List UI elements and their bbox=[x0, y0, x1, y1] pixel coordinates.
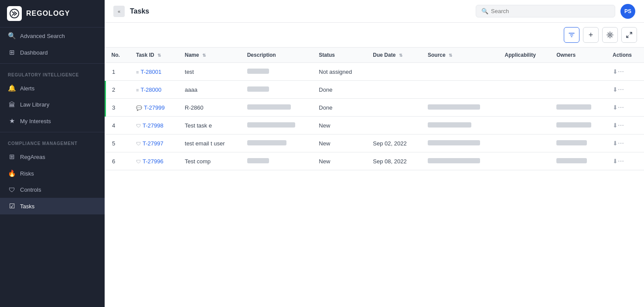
col-due-date[interactable]: Due Date ⇅ bbox=[367, 48, 422, 63]
table-row: 4🛡T-27998Test task e████New████████⬇⋯ bbox=[106, 117, 644, 135]
cell-description: ████ bbox=[241, 152, 313, 170]
task-id-link[interactable]: T-27999 bbox=[144, 104, 165, 111]
col-applicability: Applicability bbox=[499, 48, 551, 63]
sidebar-item-dashboard[interactable]: ⊞ Dashboard bbox=[0, 44, 105, 61]
divider-2 bbox=[0, 132, 105, 132]
download-icon[interactable]: ⬇ bbox=[613, 122, 618, 129]
sidebar-item-controls[interactable]: 🛡 Controls bbox=[0, 182, 105, 198]
task-id-link[interactable]: T-28001 bbox=[140, 69, 161, 75]
cell-owners: ████ bbox=[550, 117, 607, 135]
cell-no: 3 bbox=[106, 99, 130, 117]
cell-applicability bbox=[499, 135, 551, 152]
more-icon[interactable]: ⋯ bbox=[618, 86, 624, 93]
sidebar-item-my-interests[interactable]: ★ My Interests bbox=[0, 113, 105, 129]
shield-icon: 🛡 bbox=[136, 159, 141, 164]
collapse-sidebar-button[interactable]: « bbox=[113, 6, 125, 17]
sidebar-item-alerts[interactable]: 🔔 Alerts bbox=[0, 80, 105, 97]
cell-applicability bbox=[499, 152, 551, 170]
cell-name: aaaa bbox=[179, 81, 241, 99]
expand-icon bbox=[626, 31, 633, 38]
task-id-link[interactable]: T-27998 bbox=[143, 122, 164, 129]
task-id-link[interactable]: T-27996 bbox=[143, 158, 164, 165]
sidebar-label-regareas: RegAreas bbox=[20, 154, 45, 160]
col-source[interactable]: Source ⇅ bbox=[422, 48, 499, 63]
sidebar-item-law-library[interactable]: 🏛 Law Library bbox=[0, 97, 105, 113]
col-name[interactable]: Name ⇅ bbox=[179, 48, 241, 63]
cell-due-date bbox=[367, 81, 422, 99]
cell-owners: ████ bbox=[550, 99, 607, 117]
filter-button[interactable] bbox=[564, 27, 579, 43]
more-icon[interactable]: ⋯ bbox=[618, 140, 624, 147]
regareas-icon: ⊞ bbox=[8, 153, 16, 161]
expand-button[interactable] bbox=[621, 27, 637, 43]
download-icon[interactable]: ⬇ bbox=[613, 68, 618, 75]
cell-applicability bbox=[499, 99, 551, 117]
dashboard-icon: ⊞ bbox=[8, 48, 16, 56]
col-actions: Actions bbox=[607, 48, 644, 63]
table-scroll-container: No. Task ID ⇅ Name ⇅ Description Status … bbox=[105, 48, 644, 307]
sidebar-item-regareas[interactable]: ⊞ RegAreas bbox=[0, 148, 105, 165]
cell-task-id: 🛡T-27998 bbox=[130, 117, 179, 135]
user-avatar[interactable]: PS bbox=[620, 4, 635, 19]
filter-icon bbox=[568, 31, 575, 38]
cell-actions: ⬇⋯ bbox=[607, 63, 644, 81]
search-icon: 🔍 bbox=[8, 32, 16, 40]
task-id-link[interactable]: T-27997 bbox=[143, 140, 164, 147]
cell-task-id: 🛡T-27997 bbox=[130, 135, 179, 152]
cell-no: 2 bbox=[106, 81, 130, 99]
sidebar: REGOLOGY 🔍 Advanced Search ⊞ Dashboard R… bbox=[0, 0, 105, 307]
cell-task-id: ≡T-28000 bbox=[130, 81, 179, 99]
section-regulatory: REGULATORY INTELLIGENCE bbox=[0, 66, 105, 80]
cell-task-id: 💬T-27999 bbox=[130, 99, 179, 117]
sidebar-label-alerts: Alerts bbox=[20, 85, 34, 92]
logo-area[interactable]: REGOLOGY bbox=[0, 0, 105, 28]
cell-no: 6 bbox=[106, 152, 130, 170]
settings-button[interactable] bbox=[602, 27, 618, 43]
col-owners: Owners bbox=[550, 48, 607, 63]
cell-source bbox=[422, 63, 499, 81]
cell-source: ████ bbox=[422, 152, 499, 170]
col-task-id[interactable]: Task ID ⇅ bbox=[130, 48, 179, 63]
download-icon[interactable]: ⬇ bbox=[613, 86, 618, 93]
app-name: REGOLOGY bbox=[26, 10, 70, 17]
table-row: 1≡T-28001test████Not assigned⬇⋯ bbox=[106, 63, 644, 81]
list-icon: ≡ bbox=[136, 87, 139, 93]
cell-owners bbox=[550, 81, 607, 99]
sort-icon-task-id: ⇅ bbox=[157, 53, 161, 58]
download-icon[interactable]: ⬇ bbox=[613, 104, 618, 111]
cell-due-date bbox=[367, 63, 422, 81]
more-icon[interactable]: ⋯ bbox=[618, 104, 624, 111]
gear-icon bbox=[607, 31, 613, 38]
sidebar-item-advanced-search[interactable]: 🔍 Advanced Search bbox=[0, 28, 105, 44]
cell-due-date: Sep 08, 2022 bbox=[367, 152, 422, 170]
sort-icon-source: ⇅ bbox=[449, 53, 452, 58]
cell-due-date bbox=[367, 99, 422, 117]
cell-task-id: ≡T-28001 bbox=[130, 63, 179, 81]
cell-due-date bbox=[367, 117, 422, 135]
shield-icon: 🛡 bbox=[136, 123, 141, 128]
more-icon[interactable]: ⋯ bbox=[618, 68, 624, 75]
chat-icon: 💬 bbox=[136, 105, 142, 110]
more-icon[interactable]: ⋯ bbox=[618, 122, 624, 129]
sidebar-item-risks[interactable]: 🔥 Risks bbox=[0, 165, 105, 182]
cell-source bbox=[422, 81, 499, 99]
more-icon[interactable]: ⋯ bbox=[618, 158, 624, 165]
cell-owners: ████ bbox=[550, 135, 607, 152]
cell-actions: ⬇⋯ bbox=[607, 135, 644, 152]
col-description: Description bbox=[241, 48, 313, 63]
download-icon[interactable]: ⬇ bbox=[613, 158, 618, 165]
sidebar-label-advanced-search: Advanced Search bbox=[20, 33, 65, 39]
cell-description: ████ bbox=[241, 63, 313, 81]
col-no: No. bbox=[106, 48, 130, 63]
svg-point-1 bbox=[609, 34, 611, 36]
task-id-link[interactable]: T-28000 bbox=[140, 86, 161, 93]
sidebar-item-tasks[interactable]: ☑ Tasks bbox=[0, 198, 105, 214]
add-button[interactable]: + bbox=[583, 27, 599, 43]
download-icon[interactable]: ⬇ bbox=[613, 140, 618, 147]
controls-icon: 🛡 bbox=[8, 186, 16, 193]
table-toolbar: + bbox=[105, 23, 644, 48]
search-input[interactable] bbox=[491, 8, 610, 14]
cell-status: Done bbox=[313, 81, 367, 99]
cell-name: Test task e bbox=[179, 117, 241, 135]
search-box[interactable]: 🔍 bbox=[476, 5, 615, 17]
